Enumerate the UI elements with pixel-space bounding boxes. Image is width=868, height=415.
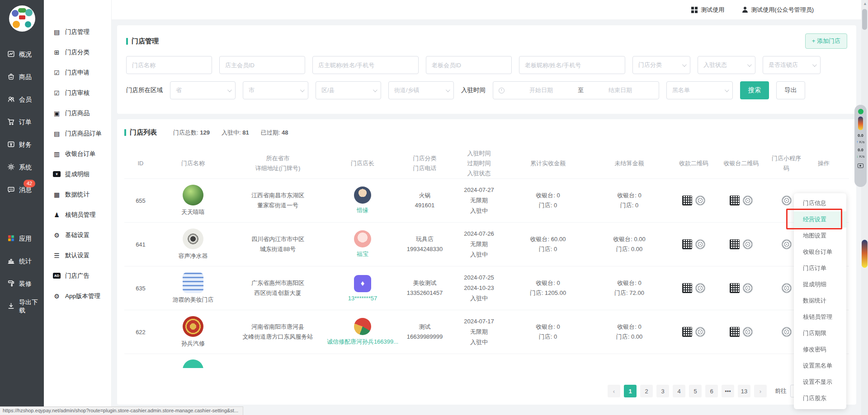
sidebar-item-export-download[interactable]: 导出下载 <box>0 295 44 318</box>
submenu-item-verifier-manage[interactable]: ♟核销员管理 <box>44 205 111 225</box>
menu-item-store-term[interactable]: 门店期限 <box>794 325 846 341</box>
submenu-item-store-ads[interactable]: AD门店广告 <box>44 266 111 286</box>
menu-item-data-stats[interactable]: 数据统计 <box>794 293 846 309</box>
cashier-qr-icon[interactable] <box>730 239 740 249</box>
sidebar-item-apps[interactable]: 应用 <box>0 228 44 250</box>
chain-store-select[interactable]: 是否连锁店 <box>763 56 821 74</box>
page-button-4[interactable]: 4 <box>673 385 685 397</box>
sidebar-item-finance[interactable]: 财务 <box>0 134 44 156</box>
manager-name-link[interactable]: 13*******57 <box>348 295 377 302</box>
date-range-picker[interactable]: 开始日期 至 结束日期 <box>493 81 659 99</box>
export-button[interactable]: 导出 <box>776 81 805 99</box>
cashier-minicode-icon[interactable] <box>743 239 753 249</box>
menu-item-store-info[interactable]: 门店信息 <box>794 195 846 211</box>
province-select[interactable]: 省 <box>170 81 236 99</box>
miniprogram-code-icon[interactable] <box>782 283 792 293</box>
cashier-minicode-icon[interactable] <box>743 283 753 293</box>
menu-item-set-blacklist[interactable]: 设置黑名单 <box>794 358 846 374</box>
submenu-item-default-settings[interactable]: ☰默认设置 <box>44 245 111 266</box>
miniprogram-code-icon[interactable] <box>782 196 792 205</box>
manager-name-link[interactable]: 惜缘 <box>357 206 368 214</box>
payment-qr-icon[interactable] <box>682 283 692 293</box>
payment-minicode-icon[interactable] <box>695 239 705 249</box>
boss-member-id-input[interactable] <box>426 56 512 74</box>
settle-status-select[interactable]: 入驻状态 <box>698 56 755 74</box>
submenu-item-app-version[interactable]: ⚙App版本管理 <box>44 286 111 306</box>
members-icon <box>7 95 15 104</box>
menu-item-set-hidden[interactable]: 设置不显示 <box>794 374 846 390</box>
submenu-item-store-goods-orders[interactable]: ▤门店商品订单 <box>44 123 111 144</box>
sidebar-item-messages[interactable]: 消息 42 <box>0 179 44 201</box>
street-select[interactable]: 街道/乡镇 <box>388 81 454 99</box>
search-button[interactable]: 搜索 <box>740 81 769 99</box>
menu-item-commission-detail[interactable]: 提成明细 <box>794 276 846 293</box>
user-menu[interactable]: 测试使用(公众号管理员) <box>742 6 814 14</box>
submenu-item-store-category[interactable]: ⊞门店分类 <box>44 42 111 62</box>
store-category-select[interactable]: 门店分类 <box>632 56 690 74</box>
submenu-item-data-stats[interactable]: ▦数据统计 <box>44 184 111 205</box>
manager-name-link[interactable]: 诚信修配唐河孙兵166399... <box>327 338 398 346</box>
gears-icon: ⚙ <box>53 293 61 300</box>
menu-item-store-orders[interactable]: 门店订单 <box>794 260 846 276</box>
manager-name-link[interactable]: 福宝 <box>357 250 368 258</box>
payment-minicode-icon[interactable] <box>695 327 705 337</box>
page-scrollbar[interactable] <box>861 0 868 415</box>
cashier-minicode-icon[interactable] <box>743 327 753 337</box>
page-button-5[interactable]: 5 <box>689 385 702 397</box>
sidebar-item-orders[interactable]: 订单 <box>0 111 44 134</box>
submenu-item-commission-detail[interactable]: ¥提成明细 <box>44 164 111 184</box>
scrollbar-up-arrow[interactable]: ▲ <box>863 1 867 6</box>
page-button-6[interactable]: 6 <box>705 385 718 397</box>
miniprogram-code-icon[interactable] <box>782 239 792 249</box>
submenu-item-cashier-orders[interactable]: ▥收银台订单 <box>44 144 111 164</box>
sidebar-item-goods[interactable]: 商品 <box>0 66 44 89</box>
cashier-qr-icon[interactable] <box>730 327 740 337</box>
submenu-item-store-apply[interactable]: ☑门店申请 <box>44 62 111 83</box>
store-name-input[interactable] <box>126 56 212 74</box>
payment-qr-icon[interactable] <box>682 196 692 205</box>
submenu-item-basic-settings[interactable]: ⚙基础设置 <box>44 225 111 245</box>
owner-member-id-input[interactable] <box>219 56 305 74</box>
page-button-2[interactable]: 2 <box>640 385 653 397</box>
next-page-button[interactable]: › <box>754 385 767 397</box>
page-button-3[interactable]: 3 <box>656 385 669 397</box>
menu-item-store-shareholders[interactable]: 门店股东 <box>794 390 846 406</box>
sidebar-item-members[interactable]: 会员 <box>0 89 44 111</box>
sidebar-item-overview[interactable]: 概况 <box>0 43 44 66</box>
city-select[interactable]: 市 <box>243 81 308 99</box>
sidebar-item-decorate[interactable]: 装修 <box>0 273 44 295</box>
sidebar-item-statistics[interactable]: 统计 <box>0 250 44 273</box>
submenu-label: 提成明细 <box>65 170 90 178</box>
submenu-item-store-review[interactable]: ☑门店审核 <box>44 83 111 103</box>
page-button-13[interactable]: 13 <box>738 385 750 397</box>
screenshot-camera-icon[interactable] <box>858 163 863 168</box>
page-button-1[interactable]: 1 <box>624 385 637 397</box>
payment-qr-icon[interactable] <box>682 239 692 249</box>
network-speed-widget[interactable]: 0.0 ↑ K/s 0.0 ↓ K/s <box>854 105 867 187</box>
payment-qr-icon[interactable] <box>682 327 692 337</box>
submenu-item-store-goods[interactable]: ▣门店商品 <box>44 103 111 123</box>
scrollbar-thumb[interactable] <box>862 9 867 30</box>
cashier-qr-icon[interactable] <box>730 196 740 205</box>
blacklist-select[interactable]: 黑名单 <box>666 81 733 99</box>
sidebar-item-system[interactable]: 系统 <box>0 156 44 179</box>
boss-nickname-input[interactable] <box>519 56 625 74</box>
menu-item-change-password[interactable]: 修改密码 <box>794 341 846 358</box>
menu-item-verifier-manage[interactable]: 核销员管理 <box>794 309 846 325</box>
more-pages-button[interactable]: ••• <box>722 385 734 397</box>
submenu-item-store-manage[interactable]: ▤门店管理 <box>44 22 111 42</box>
district-select[interactable]: 区/县 <box>316 81 381 99</box>
payment-minicode-icon[interactable] <box>695 196 705 205</box>
miniprogram-code-icon[interactable] <box>782 327 792 337</box>
menu-item-business-settings[interactable]: 经营设置 <box>794 211 846 228</box>
cell-address: 河南省南阳市唐河县 文峰街道唐方口东风服务站 <box>243 322 313 343</box>
add-store-button[interactable]: + 添加门店 <box>805 33 847 49</box>
cashier-qr-icon[interactable] <box>730 283 740 293</box>
prev-page-button[interactable]: ‹ <box>608 385 620 397</box>
payment-minicode-icon[interactable] <box>695 283 705 293</box>
workspace-switcher[interactable]: 测试使用 <box>691 6 724 14</box>
menu-item-map-settings[interactable]: 地图设置 <box>794 228 846 244</box>
menu-item-cashier-orders[interactable]: 收银台订单 <box>794 244 846 260</box>
owner-nickname-input[interactable] <box>312 56 419 74</box>
cashier-minicode-icon[interactable] <box>743 196 753 205</box>
